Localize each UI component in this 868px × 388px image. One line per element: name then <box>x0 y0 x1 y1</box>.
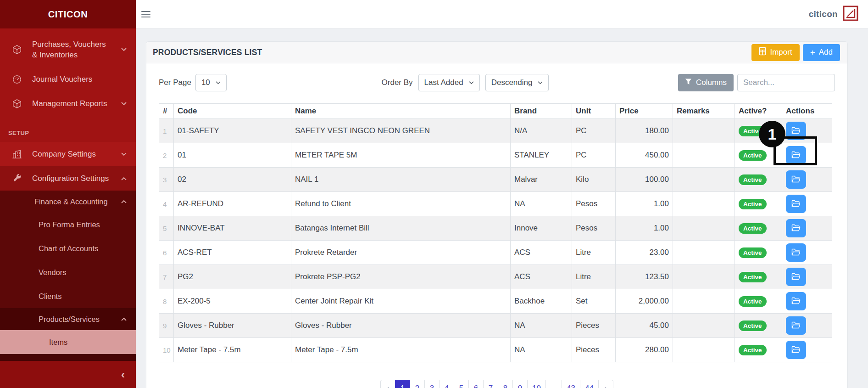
add-button[interactable]: + Add <box>803 44 840 61</box>
cell-name: Prokrete Retarder <box>291 241 511 265</box>
order-by-label: Order By <box>382 78 413 87</box>
sidebar-item-clients[interactable]: Clients <box>0 284 136 308</box>
cell-actions <box>782 216 832 241</box>
sidebar-item-finance-accounting[interactable]: Finance & Accounting <box>0 191 136 213</box>
cell-brand: ACS <box>511 241 572 265</box>
sidebar-item-configuration-settings[interactable]: Configuration Settings <box>0 166 136 191</box>
cell-remarks <box>673 265 735 289</box>
cell-actions <box>782 119 832 143</box>
sidebar-item-items-active[interactable]: Items <box>0 330 136 354</box>
cell-price: 280.00 <box>616 338 673 362</box>
sidebar-item-journal-vouchers[interactable]: Journal Vouchers <box>0 67 136 91</box>
pagination-next[interactable]: › <box>598 380 613 388</box>
open-item-button[interactable] <box>786 341 806 359</box>
per-page-select[interactable]: 10 <box>195 74 227 91</box>
pagination-prev[interactable]: ‹ <box>380 380 395 388</box>
open-item-button[interactable] <box>786 243 806 262</box>
folder-icon <box>791 224 801 233</box>
menu-toggle-icon[interactable] <box>141 11 150 17</box>
table-header-row: # Code Name Brand Unit Price Remarks Act… <box>159 104 832 119</box>
page-title: PRODUCTS/SERVICES LIST <box>153 48 262 57</box>
cell-brand: ACS <box>511 265 572 289</box>
submenu-strip <box>0 354 136 361</box>
pagination-page-9[interactable]: 9 <box>512 380 528 388</box>
status-badge-active: Active <box>739 174 767 185</box>
cell-actions <box>782 192 832 216</box>
order-by-select[interactable]: Last Added <box>418 74 480 91</box>
col-header-name: Name <box>291 104 511 119</box>
sidebar-item-chart-of-accounts[interactable]: Chart of Accounts <box>0 236 136 260</box>
chevron-down-icon <box>121 48 127 51</box>
table-row: 4 AR-REFUND Refund to Client NA Pesos 1.… <box>159 192 832 216</box>
folder-icon <box>791 346 801 354</box>
sidebar: CITICON Purchases, Vouchers & Inventorie… <box>0 0 136 388</box>
open-item-button[interactable] <box>786 146 806 164</box>
cell-price: 100.00 <box>616 168 673 192</box>
row-number: 6 <box>159 241 174 265</box>
pagination-page-2[interactable]: 2 <box>410 380 425 388</box>
pagination-page-4[interactable]: 4 <box>439 380 454 388</box>
order-direction-select[interactable]: Descending <box>485 74 549 91</box>
columns-button[interactable]: Columns <box>678 74 734 91</box>
pagination-page-7[interactable]: 7 <box>483 380 498 388</box>
col-header-brand: Brand <box>511 104 572 119</box>
open-item-button[interactable] <box>786 195 806 213</box>
open-item-button[interactable] <box>786 268 806 286</box>
cell-unit: PC <box>572 119 616 143</box>
cell-remarks <box>673 241 735 265</box>
cell-active: Active <box>735 143 782 168</box>
sidebar-brand: CITICON <box>0 0 136 28</box>
table-row: 5 INNOVE-BAT Batangas Internet Bill Inno… <box>159 216 832 241</box>
cell-remarks <box>673 119 735 143</box>
cell-name: Batangas Internet Bill <box>291 216 511 241</box>
chevron-up-icon <box>121 317 127 321</box>
cell-price: 180.00 <box>616 119 673 143</box>
open-item-button[interactable] <box>786 292 806 310</box>
pagination-page-6[interactable]: 6 <box>468 380 484 388</box>
cell-brand: Malvar <box>511 168 572 192</box>
search-input[interactable] <box>737 74 835 91</box>
sidebar-item-management-reports[interactable]: Management Reports <box>0 91 136 116</box>
open-item-button[interactable] <box>786 316 806 335</box>
topbar-brand: citicon <box>809 9 838 19</box>
open-item-button[interactable] <box>786 219 806 237</box>
sidebar-item-products-services[interactable]: Products/Services <box>0 308 136 330</box>
table-row: 2 01 METER TAPE 5M STANLEY PC 450.00 Act… <box>159 143 832 168</box>
open-item-button[interactable] <box>786 122 806 140</box>
folder-icon <box>791 200 801 208</box>
import-button[interactable]: Import <box>751 44 799 61</box>
row-number: 5 <box>159 216 174 241</box>
pagination-page-5[interactable]: 5 <box>454 380 469 388</box>
sidebar-collapse-icon[interactable]: ‹ <box>121 369 125 380</box>
sidebar-item-purchases-vouchers-inventories[interactable]: Purchases, Vouchers & Inventories <box>0 32 136 67</box>
pagination-page-1[interactable]: 1 <box>395 380 410 388</box>
cell-name: Center Joint Repair Kit <box>291 289 511 314</box>
col-header-unit: Unit <box>572 104 616 119</box>
chevron-up-icon <box>121 177 127 180</box>
pagination-page-3[interactable]: 3 <box>424 380 440 388</box>
row-number: 7 <box>159 265 174 289</box>
sidebar-item-company-settings[interactable]: Company Settings <box>0 142 136 166</box>
pagination-page-10[interactable]: 10 <box>527 380 546 388</box>
cell-code: AR-REFUND <box>174 192 291 216</box>
cell-unit: Pesos <box>572 192 616 216</box>
cell-active: Active <box>735 241 782 265</box>
pagination-page-43[interactable]: 43 <box>562 380 580 388</box>
cell-unit: PC <box>572 143 616 168</box>
row-number: 1 <box>159 119 174 143</box>
sidebar-item-vendors[interactable]: Vendors <box>0 260 136 284</box>
pagination-ellipsis: ... <box>545 380 562 388</box>
pagination-page-8[interactable]: 8 <box>498 380 513 388</box>
open-item-button[interactable] <box>786 170 806 189</box>
funnel-icon <box>685 78 692 87</box>
pagination-page-44[interactable]: 44 <box>580 380 599 388</box>
cube-icon <box>12 99 23 109</box>
sidebar-item-pro-forma-entries[interactable]: Pro Forma Entries <box>0 213 136 236</box>
col-header-price: Price <box>616 104 673 119</box>
cell-actions <box>782 168 832 192</box>
sidebar-footer: ‹ <box>0 361 136 388</box>
row-number: 8 <box>159 289 174 314</box>
sidebar-item-label: Configuration Settings <box>32 173 109 184</box>
filter-bar: Per Page 10 Order By Last Added <box>159 74 835 91</box>
cell-active: Active <box>735 338 782 362</box>
